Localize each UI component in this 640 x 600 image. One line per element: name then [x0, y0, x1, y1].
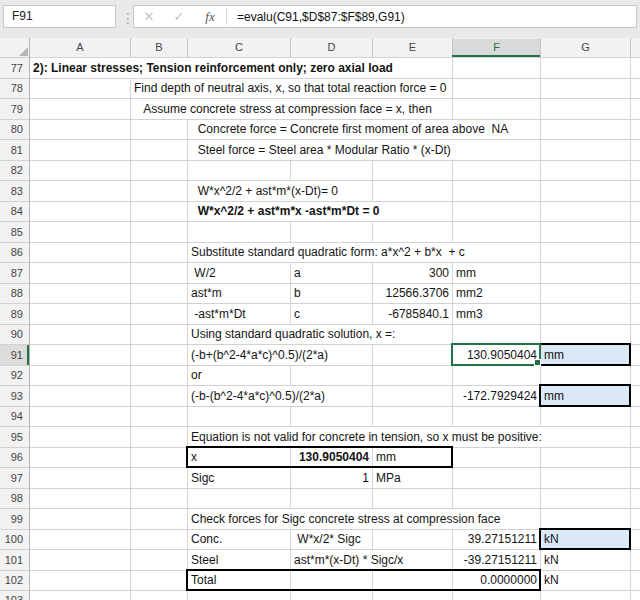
cell-F101[interactable]: -39.27151211 [453, 550, 540, 570]
cell-D97[interactable]: 1 [291, 468, 372, 488]
formula-bar: F91 ⋮ ✕ ✓ fx =evalu(C91,$D$87:$F$89,G91) [0, 0, 640, 38]
header-divider [630, 38, 631, 57]
row-header-88[interactable]: 88 [0, 284, 28, 303]
row-header-78[interactable]: 78 [0, 79, 28, 98]
cell-E88[interactable]: 12566.3706 [373, 284, 452, 303]
cell-B79[interactable]: Assume concrete stress at compression fa… [131, 99, 452, 119]
cell-E87[interactable]: 300 [373, 263, 452, 283]
cell-C100[interactable]: Conc. [188, 530, 290, 549]
cell-C96[interactable]: x [188, 448, 290, 467]
select-all-button[interactable] [0, 38, 29, 57]
column-header-partial[interactable] [631, 39, 640, 56]
row-header-89[interactable]: 89 [0, 304, 28, 324]
row-header-94[interactable]: 94 [0, 407, 28, 426]
row-header-81[interactable]: 81 [0, 140, 28, 160]
cell-C80[interactable]: Concrete force = Concrete first moment o… [188, 120, 540, 139]
cell-C89[interactable]: -ast*m*Dt [188, 304, 290, 324]
cell-F100[interactable]: 39.27151211 [453, 530, 540, 549]
cell-F93[interactable]: -172.7929424 [453, 386, 540, 406]
column-header-C[interactable]: C [188, 39, 290, 56]
cell-F89[interactable]: mm3 [453, 304, 540, 324]
row-header-95[interactable]: 95 [0, 427, 28, 447]
row-header-101[interactable]: 101 [0, 550, 28, 570]
gridline-h [0, 221, 640, 222]
row-header-98[interactable]: 98 [0, 489, 28, 508]
row-header-91[interactable]: 91 [0, 345, 28, 365]
cell-C84[interactable]: W*x^2/2 + ast*m*x -ast*m*Dt = 0 [188, 202, 452, 221]
cell-G93[interactable]: mm [541, 386, 630, 406]
column-header-A[interactable]: A [30, 39, 130, 56]
cell-B78[interactable]: Find depth of neutral axis, x, so that t… [131, 79, 452, 98]
cell-C97[interactable]: Sigc [188, 468, 290, 488]
cell-C87[interactable]: W/2 [188, 263, 290, 283]
cell-G102[interactable]: kN [541, 571, 630, 590]
cell-D89[interactable]: c [291, 304, 372, 324]
column-header-E[interactable]: E [373, 39, 452, 56]
cancel-icon[interactable]: ✕ [134, 9, 164, 24]
selected-column-indicator [452, 55, 540, 57]
cell-F88[interactable]: mm2 [453, 284, 540, 303]
cell-G100[interactable]: kN [541, 530, 630, 549]
row-header-83[interactable]: 83 [0, 181, 28, 201]
row-header-77[interactable]: 77 [0, 58, 28, 78]
row-header-99[interactable]: 99 [0, 509, 28, 529]
gridline-h [0, 365, 640, 366]
cell-C83[interactable]: W*x^2/2 + ast*m*(x-Dt)= 0 [188, 181, 372, 201]
cell-F87[interactable]: mm [453, 263, 540, 283]
cell-D96[interactable]: 130.9050404 [291, 448, 372, 467]
cell-C95[interactable]: Equation is not valid for concrete in te… [188, 427, 630, 447]
cell-C86[interactable]: Substitute standard quadratic form: a*x^… [188, 243, 540, 262]
cell-A77[interactable]: 2): Linear stresses; Tension reinforceme… [30, 58, 452, 78]
row-header-93[interactable]: 93 [0, 386, 28, 406]
formula-input[interactable]: =evalu(C91,$D$87:$F$89,G91) [237, 10, 405, 24]
enter-icon[interactable]: ✓ [164, 9, 194, 24]
cell-C88[interactable]: ast*m [188, 284, 290, 303]
cell-E96[interactable]: mm [373, 448, 452, 467]
cell-D87[interactable]: a [291, 263, 372, 283]
column-header-F[interactable]: F [453, 39, 540, 56]
row-header-84[interactable]: 84 [0, 202, 28, 221]
name-box[interactable]: F91 [3, 5, 116, 28]
row-header-103[interactable]: 103 [0, 591, 28, 600]
header-divider [130, 38, 131, 57]
cell-E97[interactable]: MPa [373, 468, 452, 488]
cell-C92[interactable]: or [188, 366, 290, 385]
row-header-80[interactable]: 80 [0, 120, 28, 139]
cell-D100[interactable]: W*x/2* Sigc [291, 530, 372, 549]
row-header-100[interactable]: 100 [0, 530, 28, 549]
row-header-97[interactable]: 97 [0, 468, 28, 488]
cell-D88[interactable]: b [291, 284, 372, 303]
cell-G101[interactable]: kN [541, 550, 630, 570]
row-header-87[interactable]: 87 [0, 263, 28, 283]
column-header-D[interactable]: D [291, 39, 372, 56]
gridline-h [0, 488, 640, 489]
fill-handle[interactable] [534, 359, 541, 366]
column-header-B[interactable]: B [131, 39, 187, 56]
header-divider [187, 38, 188, 57]
row-header-92[interactable]: 92 [0, 366, 28, 385]
row-header-85[interactable]: 85 [0, 222, 28, 242]
row-header-96[interactable]: 96 [0, 448, 28, 467]
row-header-86[interactable]: 86 [0, 243, 28, 262]
row-header-82[interactable]: 82 [0, 161, 28, 180]
header-edge-line [29, 38, 30, 600]
cell-C102[interactable]: Total [188, 571, 290, 590]
insert-function-icon[interactable]: fx [194, 9, 226, 25]
header-divider [540, 38, 541, 57]
cell-C81[interactable]: Steel force = Steel area * Modular Ratio… [188, 140, 540, 160]
formula-divider [226, 8, 227, 25]
column-header-G[interactable]: G [541, 39, 630, 56]
row-header-90[interactable]: 90 [0, 325, 28, 344]
cell-C93[interactable]: (-b-(b^2-4*a*c)^0.5)/(2*a) [188, 386, 372, 406]
cell-C91[interactable]: (-b+(b^2-4*a*c)^0.5)/(2*a) [188, 345, 372, 365]
cell-C90[interactable]: Using standard quadratic solution, x =: [188, 325, 452, 344]
cell-F102[interactable]: 0.0000000 [453, 571, 540, 590]
cell-C99[interactable]: Check forces for Sigc concrete stress at… [188, 509, 540, 529]
cell-G91[interactable]: mm [541, 345, 630, 365]
row-header-79[interactable]: 79 [0, 99, 28, 119]
cell-E89[interactable]: -6785840.1 [373, 304, 452, 324]
cell-D101[interactable]: ast*m*(x-Dt) * Sigc/x [291, 550, 452, 570]
cell-C101[interactable]: Steel [188, 550, 290, 570]
row-header-102[interactable]: 102 [0, 571, 28, 590]
cell-F91[interactable]: 130.9050404 [453, 345, 540, 365]
